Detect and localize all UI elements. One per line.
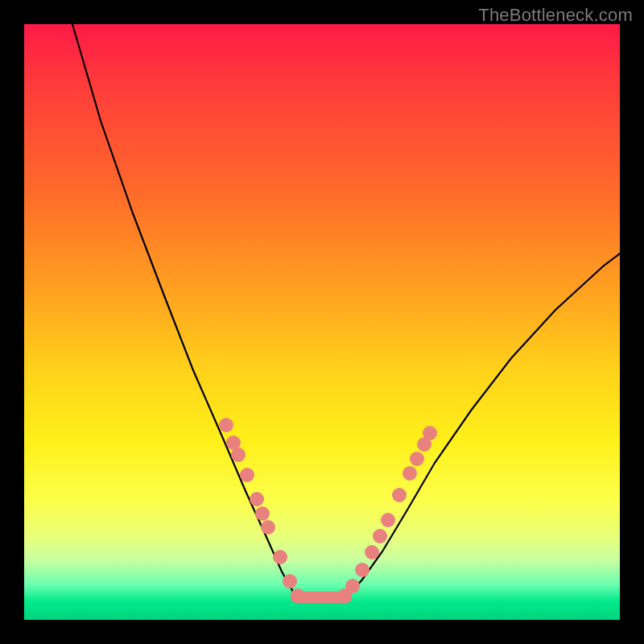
data-dot bbox=[373, 529, 387, 543]
plot-area bbox=[24, 24, 620, 620]
data-dot bbox=[345, 579, 360, 593]
data-dots-group bbox=[219, 418, 437, 603]
watermark-text: TheBottleneck.com bbox=[478, 5, 633, 26]
chart-svg bbox=[24, 24, 620, 620]
data-dot bbox=[255, 506, 270, 521]
data-dot bbox=[365, 545, 379, 559]
data-dot bbox=[250, 492, 264, 506]
data-dot bbox=[402, 466, 417, 481]
data-dot bbox=[410, 452, 424, 466]
data-dot bbox=[231, 448, 246, 462]
data-dot bbox=[291, 588, 305, 603]
data-dot bbox=[381, 513, 395, 527]
data-dot bbox=[261, 520, 275, 535]
data-dot bbox=[219, 418, 233, 432]
data-dot bbox=[283, 574, 297, 588]
data-dot bbox=[392, 488, 407, 502]
data-dot bbox=[423, 426, 437, 440]
data-dot bbox=[355, 563, 369, 577]
stage: TheBottleneck.com bbox=[0, 0, 644, 644]
data-dot bbox=[240, 468, 254, 482]
data-dot bbox=[273, 550, 287, 564]
curve-right-branch bbox=[346, 254, 620, 597]
